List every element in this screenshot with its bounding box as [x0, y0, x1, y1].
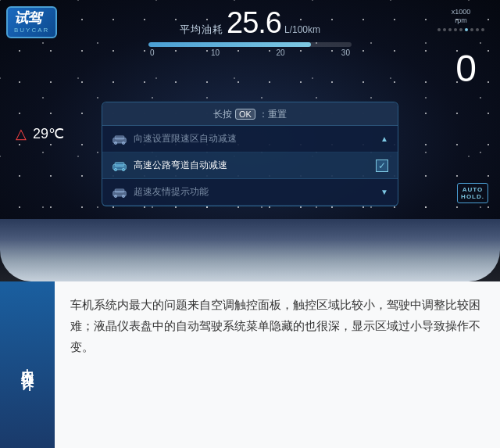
section-label-text: 内饰设计: [19, 359, 36, 371]
svg-point-11: [122, 195, 124, 197]
logo: 试驾 BUYCAR: [6, 6, 57, 38]
progress-label-30: 30: [341, 48, 350, 57]
rpm-dot-active: [465, 28, 468, 31]
scroll-up-arrow[interactable]: ▲: [380, 134, 388, 143]
menu-next-text: 超速友情提示功能: [134, 185, 209, 199]
menu-active-text: 高速公路弯道自动减速: [134, 159, 227, 172]
long-press-label: 长按: [213, 109, 232, 120]
svg-point-6: [114, 168, 116, 170]
menu-item-prev-text: 向速设置限速区自动减速: [112, 132, 237, 145]
progress-bar-background: [148, 42, 352, 47]
fuel-label: 平均油耗: [180, 23, 223, 37]
rpm-dot: [459, 28, 462, 31]
speed-display: 0: [455, 47, 477, 90]
svg-rect-1: [115, 135, 124, 138]
scroll-down-arrow[interactable]: ▼: [380, 188, 388, 196]
menu-item-next-text: 超速友情提示功能: [112, 185, 209, 199]
dashboard: 试驾 BUYCAR 平均油耗 25.6 L/100km 0 10 20 30 x…: [0, 0, 500, 281]
progress-label-20: 20: [276, 48, 284, 57]
temperature-section: △ 29℃: [16, 125, 64, 142]
reset-text: ：重置: [259, 109, 287, 120]
long-press-hint: 长按 OK ：重置: [102, 102, 398, 126]
rpm-dot: [476, 28, 479, 31]
svg-point-10: [114, 195, 116, 197]
progress-labels: 0 10 20 30: [148, 48, 352, 57]
menu-popup: 长按 OK ：重置 向速设置限速区自动减速 ▲: [102, 102, 398, 206]
bottom-content: 车机系统内最大的问题来自空调触控面板，触控区域比较小，驾驶中调整比较困难；液晶仪…: [55, 281, 500, 448]
dashboard-reflection: [0, 235, 500, 281]
svg-point-2: [114, 142, 116, 144]
ok-badge: OK: [235, 109, 255, 120]
bottom-description: 车机系统内最大的问题来自空调触控面板，触控区域比较小，驾驶中调整比较困难；液晶仪…: [70, 294, 484, 357]
rpm-label: x1000 rpm: [438, 8, 484, 25]
rpm-dot: [438, 28, 441, 31]
svg-rect-5: [115, 162, 124, 165]
menu-item-next: 超速友情提示功能 ▼: [102, 179, 398, 206]
fuel-progress-section: 0 10 20 30: [148, 42, 352, 57]
fuel-display-area: 平均油耗 25.6 L/100km 0 10 20 30: [125, 8, 375, 60]
fuel-unit: L/100km: [284, 24, 320, 35]
menu-item-active[interactable]: 高速公路弯道自动减速 ✓: [102, 152, 398, 179]
progress-label-10: 10: [211, 48, 220, 57]
menu-checkbox[interactable]: ✓: [376, 159, 388, 172]
rpm-dots: [438, 28, 484, 31]
logo-sub-text: BUYCAR: [14, 27, 49, 34]
rpm-dot: [454, 28, 457, 31]
car-icon: [112, 134, 127, 145]
car-speed-icon: [112, 187, 127, 198]
rpm-dot: [470, 28, 473, 31]
rpm-dot: [481, 28, 484, 31]
menu-item-active-content: 高速公路弯道自动减速: [112, 159, 227, 172]
rpm-dot: [448, 28, 452, 31]
auto-hold-indicator: AUTOHOLD.: [457, 183, 488, 203]
fuel-value: 25.6: [227, 8, 281, 38]
menu-prev-text: 向速设置限速区自动减速: [134, 132, 237, 145]
svg-rect-9: [115, 188, 124, 192]
warning-icon: △: [16, 125, 27, 142]
svg-point-7: [122, 168, 124, 170]
svg-point-3: [122, 142, 124, 144]
temperature-value: 29℃: [33, 125, 64, 142]
car-curve-icon: [112, 160, 127, 171]
bottom-section: 内饰设计 车机系统内最大的问题来自空调触控面板，触控区域比较小，驾驶中调整比较困…: [0, 281, 500, 448]
dashboard-bottom-strip: [0, 219, 500, 281]
rpm-dot: [443, 28, 446, 31]
fuel-display: 平均油耗 25.6 L/100km: [180, 8, 320, 38]
menu-item-prev: 向速设置限速区自动减速 ▲: [102, 126, 398, 152]
section-label: 内饰设计: [0, 281, 55, 448]
progress-bar-fill: [148, 42, 311, 47]
logo-main-text: 试驾: [14, 11, 49, 27]
progress-label-0: 0: [150, 48, 155, 57]
rpm-section: x1000 rpm: [438, 8, 484, 31]
